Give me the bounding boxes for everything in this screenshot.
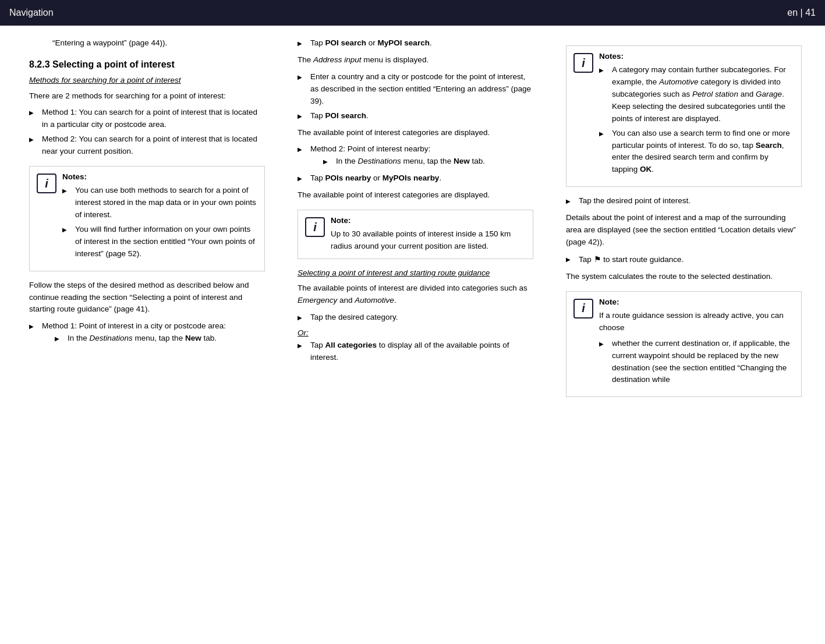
notes-list-3: A category may contain further subcatego… xyxy=(599,64,794,176)
notes-box-1: i Notes: You can use both methods to sea… xyxy=(29,166,265,271)
note-1a: You can use both methods to search for a… xyxy=(62,185,257,221)
tap-poi-item: Tap POI search or MyPOI search. xyxy=(298,37,533,49)
tap-poi-search-item: Tap POI search. xyxy=(298,110,533,122)
note-content-4: Note: If a route guidance session is alr… xyxy=(599,298,794,391)
tap-route-item: Tap ⚑ to start route guidance. xyxy=(566,253,802,266)
header-page: en | 41 xyxy=(787,8,816,18)
method-2-item: Method 2: You can search for a point of … xyxy=(29,133,265,158)
section-heading: 8.2.3 Selecting a point of interest xyxy=(29,59,265,70)
tap-desired-list: Tap the desired point of interest. xyxy=(566,195,802,207)
m1-list: Method 1: Point of interest in a city or… xyxy=(29,320,265,345)
note4-sub1: whether the current destination or, if a… xyxy=(599,338,794,387)
notes-box-3: i Notes: A category may contain further … xyxy=(566,45,802,187)
header-title: Navigation xyxy=(9,8,54,18)
or-label: Or: xyxy=(298,328,533,337)
tap-pois-item: Tap POIs nearby or MyPOIs nearby. xyxy=(298,172,533,185)
tap-route-list: Tap ⚑ to start route guidance. xyxy=(566,253,802,266)
info-icon-2: i xyxy=(305,217,325,237)
notes-title-1: Notes: xyxy=(62,172,257,181)
method-1-item: Method 1: You can search for a point of … xyxy=(29,107,265,131)
dest-new-tab: In the Destinations menu, tap the New ta… xyxy=(323,155,533,168)
enter-country-item: Enter a country and a city or postcode f… xyxy=(298,71,533,108)
note-title-2: Note: xyxy=(331,216,526,225)
note-1b: You will find further information on you… xyxy=(62,224,257,260)
note3-a: A category may contain further subcatego… xyxy=(599,64,794,125)
intro-para: There are 2 methods for searching for a … xyxy=(29,90,265,102)
column-3: i Notes: A category may contain further … xyxy=(550,37,825,405)
note4-text: If a route guidance session is already a… xyxy=(599,310,794,334)
pois-nearby-list: Tap POIs nearby or MyPOIs nearby. xyxy=(298,172,533,185)
method-list: Method 1: You can search for a point of … xyxy=(29,107,265,158)
tap-category-item: Tap the desired category. xyxy=(298,312,533,324)
column-1: “Entering a waypoint” (page 44)). 8.2.3 … xyxy=(0,37,281,405)
sel-intro-para: The available points of interest are div… xyxy=(298,282,533,307)
page-header: Navigation en | 41 xyxy=(0,0,825,26)
available-cats-2: The available point of interest categori… xyxy=(298,189,533,201)
note4-list: whether the current destination or, if a… xyxy=(599,338,794,387)
details-para: Details about the point of interest and … xyxy=(566,212,802,249)
note3-b: You can also use a search term to find o… xyxy=(599,128,794,176)
note-title-4: Note: xyxy=(599,298,794,306)
info-icon-3: i xyxy=(573,53,593,73)
note-content-2: Note: Up to 30 available points of inter… xyxy=(331,216,526,253)
route-flag-icon: ⚑ xyxy=(594,254,601,264)
system-calc-para: The system calculates the route to the s… xyxy=(566,271,802,283)
note-box-2: i Note: Up to 30 available points of int… xyxy=(298,210,533,259)
sub-heading: Methods for searching for a point of int… xyxy=(29,75,265,86)
method2-sub-list: In the Destinations menu, tap the New ta… xyxy=(323,155,533,168)
tap-category-list: Tap the desired category. xyxy=(298,312,533,324)
address-para: The Address input menu is displayed. xyxy=(298,54,533,66)
info-icon: i xyxy=(37,174,56,193)
sel-subheading: Selecting a point of interest and starti… xyxy=(298,267,533,279)
indent-quote: “Entering a waypoint” (page 44)). xyxy=(52,37,265,49)
notes-content-1: Notes: You can use both methods to searc… xyxy=(62,172,257,265)
m1-city-item: Method 1: Point of interest in a city or… xyxy=(29,320,265,345)
info-icon-4: i xyxy=(573,299,593,319)
column-2: Tap POI search or MyPOI search. The Addr… xyxy=(281,37,550,405)
m1-sub1: In the Destinations menu, tap the New ta… xyxy=(55,332,265,345)
note-box-4: i Note: If a route guidance session is a… xyxy=(566,291,802,398)
notes-content-3: Notes: A category may contain further su… xyxy=(599,52,794,181)
follow-para: Follow the steps of the desired method a… xyxy=(29,279,265,316)
m1-sub-list: In the Destinations menu, tap the New ta… xyxy=(55,332,265,345)
tap-all-list: Tap All categories to display all of the… xyxy=(298,339,533,364)
tap-desired-item: Tap the desired point of interest. xyxy=(566,195,802,207)
tap-all-item: Tap All categories to display all of the… xyxy=(298,339,533,364)
notes-list-1: You can use both methods to search for a… xyxy=(62,185,257,260)
available-cats-1: The available point of interest categori… xyxy=(298,127,533,139)
col2-top-list: Tap POI search or MyPOI search. xyxy=(298,37,533,49)
notes-title-3: Notes: xyxy=(599,52,794,61)
col2-enter-list: Enter a country and a city or postcode f… xyxy=(298,71,533,122)
method2-list: Method 2: Point of interest nearby: In t… xyxy=(298,143,533,168)
main-content: “Entering a waypoint” (page 44)). 8.2.3 … xyxy=(0,26,825,417)
method2-label-item: Method 2: Point of interest nearby: In t… xyxy=(298,143,533,168)
note-text-2: Up to 30 available points of interest in… xyxy=(331,228,526,253)
